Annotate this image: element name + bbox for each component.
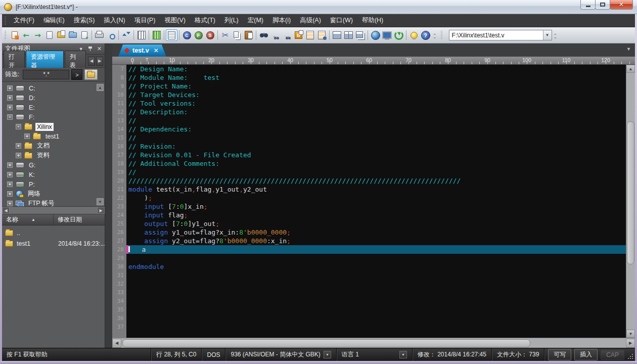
open-file-icon[interactable] (55, 29, 67, 41)
sidebar-hscroll-track[interactable] (10, 207, 97, 214)
menu-列(L)[interactable]: 列(L) (220, 14, 243, 27)
copies-icon[interactable] (354, 29, 366, 41)
toolbar-overflow-icon[interactable]: ⌄⌄ (433, 32, 437, 39)
tree-item-K:[interactable]: +K: (2, 170, 105, 179)
tree-item-网络[interactable]: +网络 (2, 189, 105, 199)
tree-item-E:[interactable]: +E: (2, 103, 105, 112)
menu-窗口(W)[interactable]: 窗口(W) (326, 14, 357, 27)
file-path-combobox[interactable]: F:\Xilinx\test1\test.v ▼ (449, 30, 552, 40)
find-icon[interactable] (258, 29, 269, 41)
expand-icon[interactable]: + (7, 201, 13, 206)
code-line-19[interactable]: 19// (112, 168, 635, 176)
code-line-33[interactable]: 33 (112, 288, 635, 297)
code-line-17[interactable]: 17// Revision 0.01 - File Created (112, 151, 635, 159)
filter-go-button[interactable]: > (71, 69, 82, 80)
language-dropdown-icon[interactable]: ▼ (399, 351, 407, 358)
tree-label[interactable]: 资料 (35, 151, 51, 160)
expand-icon[interactable]: + (7, 181, 13, 187)
code-line-29[interactable]: 29 (112, 254, 635, 262)
code-line-23[interactable]: 23 input [7:0]x_in; (112, 202, 635, 211)
function-s-icon[interactable]: S (204, 29, 216, 41)
code-line-30[interactable]: 30endmodule (112, 262, 635, 271)
tree-item-文档[interactable]: +文档 (2, 141, 105, 151)
paste-icon[interactable] (243, 29, 254, 41)
encoding-dropdown-icon[interactable]: ▼ (324, 351, 331, 358)
pin-icon[interactable] (88, 47, 93, 52)
replace-icon[interactable] (293, 29, 304, 41)
tree-scroll-up-icon[interactable]: ▲ (97, 84, 104, 91)
new-file-icon[interactable] (43, 29, 55, 41)
filter-browse-button[interactable] (84, 69, 98, 80)
hscroll-thumb[interactable] (122, 339, 530, 347)
menu-插入(N)[interactable]: 插入(N) (99, 14, 129, 27)
tree-label[interactable]: E: (27, 104, 36, 112)
word-wrap-icon[interactable] (166, 29, 177, 41)
collapse-icon[interactable]: - (7, 114, 13, 120)
column-mode-icon[interactable] (135, 29, 147, 41)
tabs-scroll-left-icon[interactable]: ◀ (88, 57, 95, 66)
expand-icon[interactable]: + (7, 85, 13, 91)
expand-icon[interactable]: + (7, 191, 13, 197)
code-line-11[interactable]: 11// Tool versions: (112, 99, 635, 108)
tree-label[interactable]: 网络 (26, 189, 42, 199)
ftp-open-icon[interactable] (9, 29, 20, 41)
filter-input[interactable]: *.* (23, 70, 69, 79)
tree-item-Xilinx[interactable]: -Xilinx (2, 122, 105, 131)
close-button[interactable]: ✕ (610, 0, 633, 10)
menu-脚本(i)[interactable]: 脚本(i) (268, 14, 295, 27)
tree-label[interactable]: C: (27, 84, 37, 93)
code-line-21[interactable]: 21module test(x_in,flag,y1_out,y2_out (112, 185, 635, 194)
collapse-icon[interactable]: - (16, 124, 21, 129)
function-c-icon[interactable]: C (181, 29, 193, 41)
help-icon[interactable] (420, 29, 431, 41)
code-line-7[interactable]: 7// Design Name: (112, 65, 635, 73)
status-language[interactable]: 语言 1 ▼ (336, 348, 412, 361)
code-line-25[interactable]: 25 output [7:0]y1_out; (112, 219, 635, 228)
status-encoding[interactable]: 936 (ANSI/OEM - 简体中文 GBK) ▼ (225, 348, 336, 361)
scroll-left-icon[interactable]: ◀ (112, 339, 121, 348)
find-prev-icon[interactable]: ← (269, 29, 281, 41)
tree-item-test1[interactable]: +test1 (2, 131, 105, 141)
document-tab[interactable]: test.v ✕ (118, 44, 166, 57)
save-icon[interactable] (78, 29, 90, 41)
code-line-15[interactable]: 15// (112, 133, 635, 142)
tree-item-FTP 帐号[interactable]: +FTP 帐号 (2, 199, 105, 206)
code-line-37[interactable]: 37 (112, 323, 635, 331)
code-line-12[interactable]: 12// Description: (112, 108, 635, 116)
menu-高级(A)[interactable]: 高级(A) (295, 14, 326, 27)
tile-icon[interactable] (343, 29, 354, 41)
cascade-icon[interactable] (331, 29, 343, 41)
tree-scroll-down-icon[interactable]: ▼ (97, 198, 104, 205)
editor-hscrollbar[interactable]: ◀ ▶ (112, 338, 635, 348)
expand-icon[interactable]: + (16, 143, 21, 149)
menu-格式(T)[interactable]: 格式(T) (190, 14, 220, 27)
tree-item-P:[interactable]: +P: (2, 179, 105, 189)
scroll-right-icon[interactable]: ▶ (97, 207, 105, 214)
toolbar-overflow2-icon[interactable]: ⌄⌄ (554, 32, 558, 39)
menu-搜索(S)[interactable]: 搜索(S) (69, 14, 100, 27)
menu-帮助(H)[interactable]: 帮助(H) (357, 14, 388, 27)
cut-icon[interactable]: ✂ (219, 29, 231, 41)
print-icon[interactable] (94, 29, 105, 41)
file-row-test1[interactable]: test12014/8/4 16:23:... (2, 238, 105, 249)
tree-label[interactable]: D: (27, 94, 37, 102)
tab-list-dropdown-icon[interactable]: ▼ (626, 47, 631, 52)
expand-icon[interactable]: + (7, 105, 13, 110)
code-line-22[interactable]: 22 ); (112, 194, 635, 202)
tree-item-F:[interactable]: -F: (2, 112, 105, 122)
code-line-16[interactable]: 16// Revision: (112, 142, 635, 151)
find-next-icon[interactable]: → (281, 29, 293, 41)
format-icon[interactable] (304, 29, 316, 41)
code-line-28[interactable]: 28 a (112, 245, 635, 254)
compare-icon[interactable] (316, 29, 328, 41)
menu-编辑(E)[interactable]: 编辑(E) (39, 14, 69, 27)
combo-dropdown-button[interactable]: ▼ (543, 30, 552, 40)
tree-label[interactable]: P: (27, 180, 36, 189)
tabs-scroll-right-icon[interactable]: ▶ (96, 57, 103, 66)
code-line-35[interactable]: 35 (112, 305, 635, 314)
code-line-32[interactable]: 32 (112, 280, 635, 288)
code-line-18[interactable]: 18// Additional Comments: (112, 159, 635, 168)
code-line-27[interactable]: 27 assign y2_out=flag?8'b0000_0000:x_in; (112, 237, 635, 245)
tree-label[interactable]: test1 (44, 132, 61, 141)
code-line-13[interactable]: 13// (112, 116, 635, 125)
